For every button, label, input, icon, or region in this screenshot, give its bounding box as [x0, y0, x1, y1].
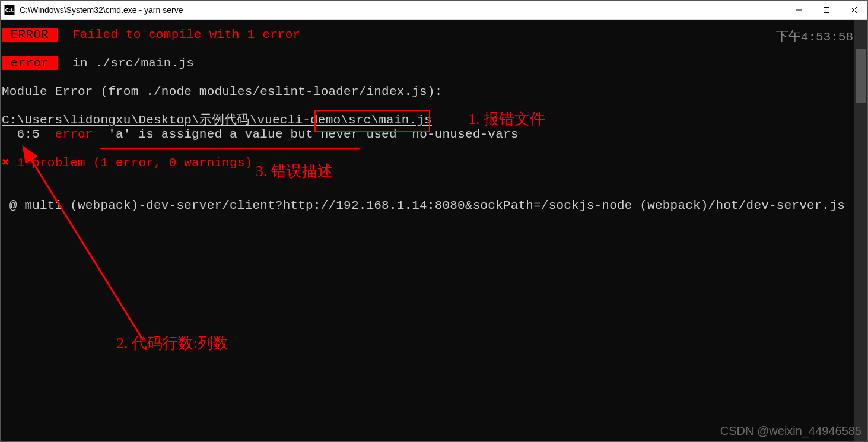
file-path-text: C:\Users\lidongxu\Desktop\示例代码\vuecli-de…: [2, 113, 432, 127]
error-badge-lower: error: [2, 56, 58, 70]
minimize-icon: [796, 7, 803, 14]
in-file-text: in ./src/main.js: [72, 56, 194, 70]
cmd-window: C:\. C:\Windows\System32\cmd.exe - yarn …: [0, 0, 868, 442]
multi-entry-text: @ multi (webpack)-dev-server/client?http…: [2, 199, 854, 212]
watermark-text: CSDN @weixin_44946585: [720, 424, 861, 438]
timestamp-text: 下午4:53:58: [776, 28, 853, 44]
terminal-area: ERROR Failed to compile with 1 error err…: [1, 20, 867, 441]
titlebar: C:\. C:\Windows\System32\cmd.exe - yarn …: [1, 1, 867, 20]
window-title: C:\Windows\System32\cmd.exe - yarn serve: [20, 5, 786, 15]
lint-message: 'a' is assigned a value but never used n…: [93, 128, 519, 141]
failed-compile-text: Failed to compile with 1 error: [72, 28, 300, 42]
vertical-scrollbar[interactable]: [854, 20, 867, 441]
close-button[interactable]: [840, 1, 867, 19]
lint-location: 6:5: [2, 128, 40, 141]
scroll-thumb[interactable]: [856, 49, 866, 103]
maximize-icon: [823, 7, 830, 14]
cmd-app-icon: C:\.: [4, 5, 15, 15]
svg-rect-1: [824, 7, 829, 12]
maximize-button[interactable]: [813, 1, 840, 19]
lint-level: error: [40, 128, 93, 141]
minimize-button[interactable]: [786, 1, 813, 19]
problem-summary: 1 problem (1 error, 0 warnings): [9, 156, 253, 170]
problem-cross-icon: ✖: [2, 156, 9, 170]
close-icon: [850, 7, 857, 14]
terminal-output[interactable]: ERROR Failed to compile with 1 error err…: [1, 20, 854, 441]
module-error-text: Module Error (from ./node_modules/eslint…: [2, 85, 443, 98]
error-badge: ERROR: [2, 28, 58, 42]
window-controls: [786, 1, 867, 19]
